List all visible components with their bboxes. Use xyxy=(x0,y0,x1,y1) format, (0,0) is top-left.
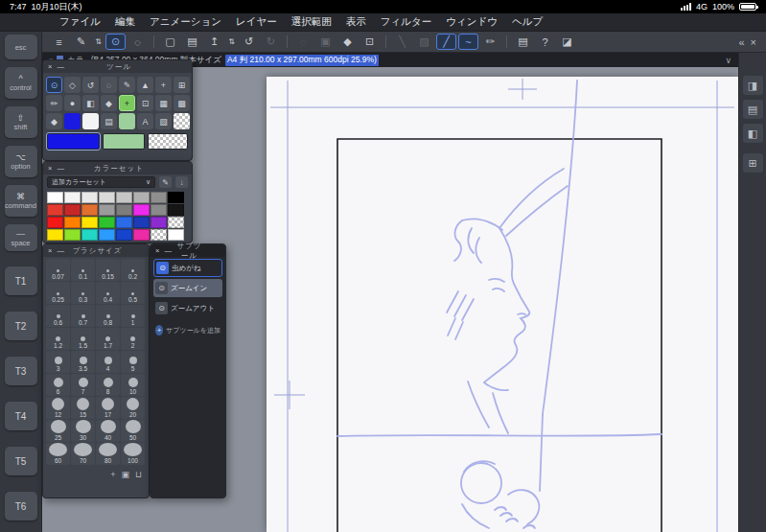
edit-key-t3[interactable]: T3 xyxy=(5,357,37,385)
color-swatch-12[interactable] xyxy=(116,204,132,216)
snap-ruler-button[interactable]: ╲ xyxy=(392,34,412,50)
navigator-palette-button[interactable]: ◧ xyxy=(743,124,763,143)
document-title-highlight[interactable]: A4 判 210.00 x 297.00mm 600dpi 25.9%) xyxy=(225,55,379,66)
screen-mode-button[interactable]: ◪ xyxy=(557,34,577,50)
zoom-tool-button[interactable]: ⊙ xyxy=(105,34,126,50)
menu-filter[interactable]: フィルター xyxy=(381,15,431,29)
menu-animation[interactable]: アニメーション xyxy=(150,15,221,29)
color-swatch-24[interactable] xyxy=(47,229,63,241)
material-palette-button[interactable]: ▤ xyxy=(743,100,763,119)
color-swatch-2[interactable] xyxy=(81,192,98,203)
menu-window[interactable]: ウィンドウ xyxy=(446,15,498,29)
tool-cell-11[interactable]: ◆ xyxy=(101,95,117,111)
color-swatch-29[interactable] xyxy=(133,229,150,241)
new-canvas-button[interactable]: ▢ xyxy=(160,34,180,50)
color-swatch-20[interactable] xyxy=(116,217,132,228)
brush-size-30[interactable]: 30 xyxy=(71,420,95,442)
color-swatch-6[interactable] xyxy=(151,192,167,203)
color-swatch-23[interactable] xyxy=(168,217,184,228)
add-size-button[interactable]: + xyxy=(110,470,115,479)
colorset-dropdown[interactable]: 追加カラーセット ∨ xyxy=(47,176,155,188)
export-file-button[interactable]: ↥ xyxy=(204,34,224,50)
close-icon[interactable]: × xyxy=(48,60,52,73)
brush-size-6[interactable]: 6 xyxy=(46,374,70,396)
minimize-icon[interactable]: — xyxy=(164,244,172,257)
tool-stepper-button[interactable]: ⇅ xyxy=(93,34,104,50)
subtool-item-0[interactable]: ⊙虫めがね xyxy=(153,259,222,277)
brush-size-12[interactable]: 12 xyxy=(46,397,70,419)
delete-size-button[interactable]: ⊔ xyxy=(135,470,142,479)
color-swatch-1[interactable] xyxy=(64,192,81,203)
color-swatch-25[interactable] xyxy=(64,229,81,241)
color-swatch-19[interactable] xyxy=(99,217,115,228)
brush-size-3[interactable]: 3 xyxy=(46,351,70,373)
brush-size-0.8[interactable]: 0.8 xyxy=(96,305,120,327)
tool-cell-1[interactable]: ◇ xyxy=(64,77,81,93)
space-key[interactable]: —space xyxy=(5,224,37,251)
color-swatch-17[interactable] xyxy=(64,217,81,228)
brush-size-0.3[interactable]: 0.3 xyxy=(71,282,95,304)
collapse-toolbar-icon[interactable]: « xyxy=(738,36,744,48)
brush-size-3.5[interactable]: 3.5 xyxy=(71,351,95,373)
brush-size-50[interactable]: 50 xyxy=(121,420,145,442)
main-menu-button[interactable]: ≡ xyxy=(49,34,69,50)
tool-cell-12[interactable]: + xyxy=(119,95,135,111)
tool-cell-17[interactable] xyxy=(64,113,81,129)
shift-key[interactable]: ⇧shift xyxy=(5,106,37,138)
tool-cell-3[interactable]: ◌ xyxy=(101,77,117,93)
brush-size-1.7[interactable]: 1.7 xyxy=(96,328,120,350)
color-swatch-21[interactable] xyxy=(133,217,150,228)
command-key[interactable]: ⌘command xyxy=(5,185,37,217)
brush-size-0.4[interactable]: 0.4 xyxy=(96,282,120,304)
brush-size-0.2[interactable]: 0.2 xyxy=(121,259,145,281)
brush-size-5[interactable]: 5 xyxy=(121,351,145,373)
brush-size-40[interactable]: 40 xyxy=(96,420,120,442)
close-icon[interactable]: × xyxy=(48,162,52,174)
tool-cell-15[interactable]: ▩ xyxy=(174,95,190,111)
color-swatch-13[interactable] xyxy=(133,204,150,216)
menu-layer[interactable]: レイヤー xyxy=(236,15,277,29)
brush-size-80[interactable]: 80 xyxy=(96,443,120,465)
brush-size-0.25[interactable]: 0.25 xyxy=(46,282,70,304)
quick-access-palette-button[interactable]: ◨ xyxy=(743,76,763,95)
tool-cell-19[interactable]: ▤ xyxy=(101,113,117,129)
timeline-button[interactable]: ▤ xyxy=(513,34,533,50)
tool-cell-6[interactable]: + xyxy=(155,77,172,93)
esc-key[interactable]: esc xyxy=(5,35,37,59)
edit-key-t2[interactable]: T2 xyxy=(5,312,37,340)
control-key[interactable]: ^control xyxy=(5,67,37,99)
snap-curve-button[interactable]: ~ xyxy=(458,34,478,50)
brush-size-8[interactable]: 8 xyxy=(96,374,120,396)
brush-size-0.6[interactable]: 0.6 xyxy=(46,305,70,327)
color-swatch-14[interactable] xyxy=(151,204,167,216)
add-subtool-button[interactable]: + サブツールを追加 xyxy=(155,325,221,335)
color-swatch-22[interactable] xyxy=(151,217,167,228)
main-color-swatch[interactable] xyxy=(47,133,100,150)
subtool-item-2[interactable]: ⊙ズームアウト xyxy=(153,299,222,317)
edit-key-t4[interactable]: T4 xyxy=(5,402,37,430)
duplicate-size-button[interactable]: ▣ xyxy=(121,470,129,479)
edit-colorset-icon[interactable]: ✎ xyxy=(159,176,172,188)
current-tool-button[interactable]: ✎ xyxy=(71,34,91,50)
menu-edit[interactable]: 編集 xyxy=(115,15,135,29)
brush-size-0.07[interactable]: 0.07 xyxy=(46,259,70,281)
edit-key-t6[interactable]: T6 xyxy=(5,492,37,520)
transparent-color-swatch[interactable] xyxy=(148,133,188,150)
tool-cell-8[interactable]: ✏ xyxy=(46,95,62,111)
save-colorset-icon[interactable]: ↓ xyxy=(175,176,188,188)
brush-size-100[interactable]: 100 xyxy=(121,443,145,465)
brush-size-70[interactable]: 70 xyxy=(71,443,95,465)
close-toolbar-icon[interactable]: × xyxy=(751,36,756,48)
color-swatch-31[interactable] xyxy=(168,229,184,241)
color-swatch-30[interactable] xyxy=(151,229,167,241)
rotate-reset-button[interactable]: ◌ xyxy=(293,34,313,50)
tool-cell-10[interactable]: ◧ xyxy=(82,95,99,111)
menu-selection[interactable]: 選択範囲 xyxy=(291,15,332,29)
brush-size-0.5[interactable]: 0.5 xyxy=(121,282,145,304)
color-swatch-5[interactable] xyxy=(133,192,150,203)
color-swatch-18[interactable] xyxy=(81,217,98,228)
edit-key-t1[interactable]: T1 xyxy=(5,266,37,295)
menu-view[interactable]: 表示 xyxy=(346,15,366,29)
tool-cell-21[interactable]: A xyxy=(137,113,153,129)
brush-size-1[interactable]: 1 xyxy=(121,305,145,327)
